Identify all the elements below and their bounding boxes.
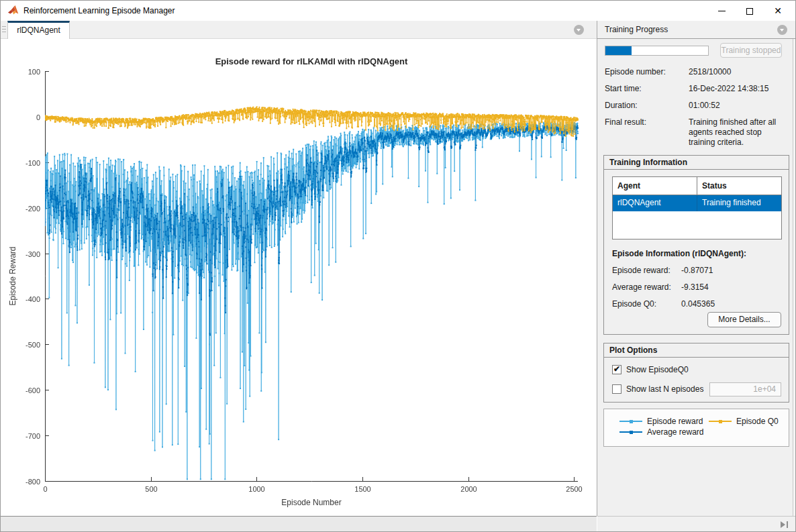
- show-episodeq0-checkbox[interactable]: [612, 365, 621, 374]
- field-label: Final result:: [605, 117, 646, 127]
- panel-title: Training Progress: [605, 21, 668, 38]
- minimize-icon: [718, 11, 726, 11]
- field-value: 0.045365: [681, 299, 782, 309]
- reward-chart: [1, 39, 597, 516]
- tab-bar: rlDQNAgent: [1, 21, 597, 39]
- field-label: Episode reward:: [612, 266, 670, 275]
- progress-fill: [605, 46, 632, 55]
- show-last-n-episodes-checkbox[interactable]: [612, 384, 621, 394]
- field-value: 01:00:52: [689, 101, 789, 111]
- maximize-button[interactable]: [736, 1, 763, 21]
- episode-reward-swatch: [619, 421, 642, 422]
- field-label: Episode Q0:: [612, 299, 656, 309]
- average-reward-swatch: [619, 431, 642, 433]
- plot-options-group: Plot Options Show EpisodeQ0 Show last N …: [603, 343, 789, 403]
- column-status[interactable]: Status: [697, 177, 782, 195]
- cell-agent: rlDQNAgent: [613, 195, 697, 211]
- field-label: Duration:: [605, 101, 638, 110]
- episode-q0-swatch: [709, 421, 732, 422]
- training-stopped-button[interactable]: Training stopped: [720, 43, 782, 58]
- more-details-button[interactable]: More Details...: [707, 312, 781, 327]
- training-progress-panel: Training Progress Training stopped Episo…: [597, 21, 796, 516]
- training-progress-bar: [605, 46, 709, 56]
- field-value: 16-Dec-2022 14:38:15: [689, 84, 789, 94]
- legend-label: Episode Q0: [736, 417, 779, 426]
- horizontal-scrollbar[interactable]: [1, 516, 597, 532]
- app-window: Reinforcement Learning Episode Manager ✕…: [0, 0, 796, 532]
- cell-status: Training finished: [697, 195, 782, 211]
- close-icon: ✕: [774, 5, 782, 16]
- collapse-progress-panel-icon[interactable]: [777, 25, 787, 35]
- table-empty-row: [613, 211, 782, 239]
- field-value: Training finished after all agents reach…: [689, 117, 789, 148]
- group-title: Training Information: [604, 156, 789, 170]
- group-title: Plot Options: [604, 343, 789, 358]
- episode-info-title: Episode Information (rlDQNAgent):: [612, 249, 746, 258]
- agent-status-table: Agent Status rlDQNAgent Training finishe…: [612, 176, 782, 240]
- chart-legend: Episode reward Average reward Episode Q0: [603, 409, 789, 447]
- tab-label: rlDQNAgent: [17, 25, 60, 35]
- field-label: Start time:: [605, 84, 642, 93]
- table-row[interactable]: rlDQNAgent Training finished: [613, 195, 782, 211]
- field-value: -0.87071: [681, 266, 782, 276]
- title-bar: Reinforcement Learning Episode Manager ✕: [1, 1, 796, 21]
- table-header-row: Agent Status: [613, 177, 782, 195]
- checkbox-label: Show EpisodeQ0: [626, 365, 689, 375]
- field-label: Episode number:: [605, 67, 666, 76]
- minimize-button[interactable]: [708, 1, 735, 21]
- field-value: 2518/10000: [689, 67, 789, 77]
- bottom-right-strip: [597, 516, 796, 532]
- maximize-icon: [746, 8, 753, 15]
- matlab-logo-icon: [7, 5, 19, 17]
- training-information-group: Training Information Agent Status rlDQNA…: [603, 155, 789, 335]
- tab-rldqnagent[interactable]: rlDQNAgent: [7, 21, 70, 39]
- legend-label: Average reward: [647, 427, 704, 437]
- field-value: -9.3154: [681, 282, 782, 292]
- legend-label: Episode reward: [647, 417, 703, 426]
- field-label: Average reward:: [612, 282, 671, 292]
- checkbox-label: Show last N episodes: [626, 384, 703, 394]
- n-episodes-input[interactable]: 1e+04: [709, 382, 781, 396]
- panel-header: Training Progress: [597, 21, 796, 39]
- figure-area: [1, 39, 597, 516]
- collapse-tab-panel-icon[interactable]: [574, 25, 584, 35]
- window-title: Reinforcement Learning Episode Manager: [23, 1, 175, 21]
- column-agent[interactable]: Agent: [613, 177, 697, 195]
- drag-grip-icon[interactable]: [2, 24, 7, 36]
- panel-scrollbar-track[interactable]: [793, 39, 796, 516]
- expand-panel-icon[interactable]: [781, 521, 790, 529]
- close-button[interactable]: ✕: [764, 1, 791, 21]
